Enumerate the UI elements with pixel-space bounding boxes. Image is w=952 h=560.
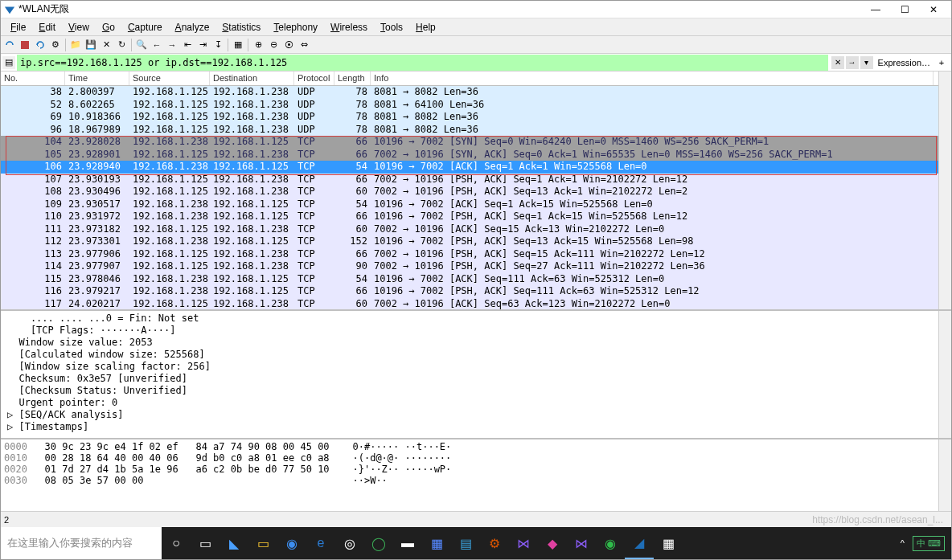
calculator-icon[interactable]: ▦: [654, 527, 683, 559]
menu-edit[interactable]: Edit: [32, 20, 62, 35]
packet-row[interactable]: 528.602265192.168.1.125192.168.1.238UDP7…: [1, 99, 938, 112]
packet-row[interactable]: 11423.977907192.168.1.125192.168.1.238TC…: [1, 260, 938, 273]
packet-list-scrollbar[interactable]: [938, 72, 951, 309]
minimize-button[interactable]: —: [861, 1, 890, 18]
close-button[interactable]: ✕: [919, 1, 948, 18]
packet-row[interactable]: 382.800397192.168.1.125192.168.1.238UDP7…: [1, 86, 938, 99]
packet-row[interactable]: 11724.020217192.168.1.125192.168.1.238TC…: [1, 298, 938, 310]
go-prev-button[interactable]: ←: [150, 38, 164, 52]
restart-capture-button[interactable]: [33, 38, 47, 52]
column-header-source[interactable]: Source: [129, 72, 210, 85]
filter-bookmark-icon[interactable]: ▤: [2, 56, 15, 69]
zoom-in-button[interactable]: ⊕: [251, 38, 265, 52]
column-header-destination[interactable]: Destination: [210, 72, 294, 85]
menu-tools[interactable]: Tools: [374, 20, 409, 35]
menu-capture[interactable]: Capture: [121, 20, 169, 35]
detail-line[interactable]: [Window size scaling factor: 256]: [7, 361, 945, 373]
taskbar-app-8[interactable]: ▦: [422, 527, 451, 559]
go-first-button[interactable]: ⇤: [180, 38, 195, 52]
detail-line[interactable]: ▷ [Timestamps]: [7, 421, 945, 433]
taskbar-app-10[interactable]: ⚙: [480, 527, 509, 559]
menu-help[interactable]: Help: [409, 20, 442, 35]
maximize-button[interactable]: ☐: [890, 1, 919, 18]
filter-history-button[interactable]: ▾: [860, 56, 873, 69]
start-capture-button[interactable]: [2, 38, 17, 52]
reload-button[interactable]: ↻: [114, 38, 129, 52]
zoom-reset-button[interactable]: ⦿: [281, 38, 296, 52]
close-file-button[interactable]: ✕: [99, 38, 113, 52]
packet-row[interactable]: 11623.979217192.168.1.238192.168.1.125TC…: [1, 285, 938, 298]
clear-filter-button[interactable]: ✕: [831, 56, 844, 69]
packet-row[interactable]: 10423.928028192.168.1.238192.168.1.125TC…: [1, 136, 938, 149]
menu-analyze[interactable]: Analyze: [169, 20, 216, 35]
go-last-button[interactable]: ⇥: [195, 38, 210, 52]
menu-wireless[interactable]: Wireless: [324, 20, 374, 35]
packet-row[interactable]: 11023.931972192.168.1.238192.168.1.125TC…: [1, 211, 938, 223]
hex-scrollbar[interactable]: [938, 439, 951, 519]
capture-options-button[interactable]: ⚙: [48, 38, 63, 52]
menu-view[interactable]: View: [62, 20, 96, 35]
detail-line[interactable]: Checksum: 0x3e57 [unverified]: [7, 373, 945, 385]
terminal-icon[interactable]: ▬: [393, 527, 422, 559]
chrome-icon[interactable]: ◎: [335, 527, 364, 559]
packet-row[interactable]: 11123.973182192.168.1.125192.168.1.238TC…: [1, 223, 938, 236]
packet-row[interactable]: 10823.930496192.168.1.125192.168.1.238TC…: [1, 186, 938, 198]
packet-row[interactable]: 11223.973301192.168.1.238192.168.1.125TC…: [1, 235, 938, 248]
column-header-protocol[interactable]: Protocol: [294, 72, 334, 85]
hex-line[interactable]: 0020 01 7d 27 d4 1b 5a 1e 96 a6 c2 0b be…: [4, 464, 948, 475]
hex-line[interactable]: 0010 00 28 18 64 40 00 40 06 9d b0 c0 a8…: [4, 452, 948, 464]
menu-statistics[interactable]: Statistics: [215, 20, 267, 35]
file-explorer-icon[interactable]: ▭: [248, 527, 277, 559]
packet-details-pane[interactable]: .... .... ...0 = Fin: Not set [TCP Flags…: [1, 311, 951, 439]
wechat-icon[interactable]: ◉: [596, 527, 625, 559]
detail-line[interactable]: .... .... ...0 = Fin: Not set: [7, 313, 945, 325]
vscode-icon[interactable]: ⋈: [509, 527, 538, 559]
packet-bytes-pane[interactable]: 0000 30 9c 23 9c e4 1f 02 ef 84 a7 74 90…: [1, 439, 951, 520]
packet-row[interactable]: 10523.928901192.168.1.125192.168.1.238TC…: [1, 149, 938, 161]
go-next-button[interactable]: →: [165, 38, 179, 52]
menu-go[interactable]: Go: [96, 20, 121, 35]
menu-telephony[interactable]: Telephony: [267, 20, 324, 35]
windows-search-box[interactable]: 在这里输入你要搜索的内容: [1, 527, 162, 559]
edge-icon[interactable]: e: [306, 527, 335, 559]
packet-row[interactable]: 10923.930517192.168.1.238192.168.1.125TC…: [1, 198, 938, 211]
taskbar-app-6[interactable]: ◯: [364, 527, 393, 559]
detail-line[interactable]: [Checksum Status: Unverified]: [7, 385, 945, 397]
taskbar-app-9[interactable]: ▤: [451, 527, 480, 559]
detail-line[interactable]: Urgent pointer: 0: [7, 397, 945, 409]
taskbar-app-12[interactable]: ◆: [538, 527, 567, 559]
detail-line[interactable]: [TCP Flags: ·······A····]: [7, 325, 945, 337]
tray-chevron-icon[interactable]: ^: [901, 538, 905, 548]
packet-row[interactable]: 6910.918366192.168.1.125192.168.1.238UDP…: [1, 111, 938, 124]
expression-button[interactable]: Expression…: [875, 58, 934, 67]
ime-indicator[interactable]: 中 ⌨: [913, 536, 945, 551]
visualstudio-icon[interactable]: ⋈: [567, 527, 596, 559]
column-header-no[interactable]: No.: [1, 72, 65, 85]
wireshark-taskbar-icon[interactable]: ◢: [625, 527, 654, 559]
taskbar-app-1[interactable]: ◣: [220, 527, 248, 559]
packet-row[interactable]: 11523.978046192.168.1.238192.168.1.125TC…: [1, 273, 938, 286]
save-button[interactable]: 💾: [84, 38, 98, 52]
hex-line[interactable]: 0000 30 9c 23 9c e4 1f 02 ef 84 a7 74 90…: [4, 441, 948, 452]
zoom-out-button[interactable]: ⊖: [266, 38, 281, 52]
detail-line[interactable]: ▷ [SEQ/ACK analysis]: [7, 409, 945, 421]
detail-line[interactable]: [Calculated window size: 525568]: [7, 349, 945, 361]
packet-row[interactable]: 11323.977906192.168.1.125192.168.1.238TC…: [1, 248, 938, 261]
apply-filter-button[interactable]: →: [846, 56, 859, 69]
packet-row[interactable]: 10723.930193192.168.1.125192.168.1.238TC…: [1, 174, 938, 186]
hex-line[interactable]: 0030 08 05 3e 57 00 00 ··>W··: [4, 475, 948, 486]
cortana-icon[interactable]: ○: [162, 527, 191, 559]
colorize-button[interactable]: ▦: [231, 38, 245, 52]
packet-row[interactable]: 9618.967989192.168.1.125192.168.1.238UDP…: [1, 124, 938, 137]
open-file-button[interactable]: 📁: [68, 38, 83, 52]
column-header-info[interactable]: Info: [371, 72, 934, 85]
menu-file[interactable]: File: [4, 20, 32, 35]
find-button[interactable]: 🔍: [134, 38, 149, 52]
taskbar-app-3[interactable]: ◉: [277, 527, 306, 559]
stop-capture-button[interactable]: [18, 38, 32, 52]
detail-line[interactable]: Window size value: 2053: [7, 337, 945, 349]
display-filter-input[interactable]: [17, 55, 828, 71]
packet-row[interactable]: 10623.928940192.168.1.238192.168.1.125TC…: [1, 161, 938, 174]
column-header-length[interactable]: Length: [334, 72, 371, 85]
system-tray[interactable]: ^ 中 ⌨: [894, 536, 951, 551]
